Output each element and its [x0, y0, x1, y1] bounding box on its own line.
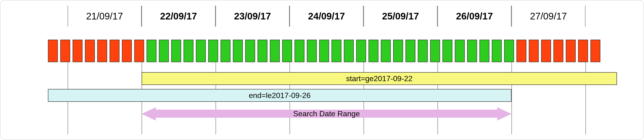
date-header-4: 25/09/17 — [364, 6, 438, 26]
slot-in-range — [406, 40, 416, 62]
slot-in-range — [196, 40, 206, 62]
slot-in-range — [368, 40, 378, 62]
slot-in-range — [220, 40, 230, 62]
date-header-row: 21/09/1722/09/1723/09/1724/09/1725/09/17… — [0, 6, 644, 26]
slot-out-of-range — [85, 40, 95, 62]
slot-in-range — [233, 40, 243, 62]
slot-in-range — [480, 40, 490, 62]
slot-in-range — [171, 40, 181, 62]
slot-out-of-range — [110, 40, 120, 62]
slot-out-of-range — [554, 40, 564, 62]
slot-in-range — [184, 40, 194, 62]
slot-in-range — [504, 40, 514, 62]
date-header-5: 26/09/17 — [438, 6, 512, 26]
slot-out-of-range — [541, 40, 551, 62]
start-parameter-bar: start=ge2017-09-22 — [142, 72, 617, 85]
slot-in-range — [258, 40, 268, 62]
slot-out-of-range — [48, 40, 58, 62]
date-header-6: 27/09/17 — [512, 6, 586, 26]
slot-in-range — [344, 40, 354, 62]
slot-in-range — [381, 40, 391, 62]
slot-out-of-range — [60, 40, 70, 62]
slot-in-range — [319, 40, 329, 62]
slot-in-range — [332, 40, 342, 62]
slot-out-of-range — [97, 40, 107, 62]
slot-out-of-range — [590, 40, 600, 62]
slot-in-range — [159, 40, 169, 62]
slot-in-range — [430, 40, 440, 62]
slot-ticks-row — [0, 40, 644, 62]
slot-in-range — [294, 40, 304, 62]
slot-out-of-range — [122, 40, 132, 62]
slot-in-range — [208, 40, 218, 62]
slot-in-range — [418, 40, 428, 62]
slot-in-range — [467, 40, 477, 62]
slot-in-range — [455, 40, 465, 62]
slot-out-of-range — [578, 40, 588, 62]
date-header-1: 22/09/17 — [142, 6, 216, 26]
arrow-label: Search Date Range — [155, 110, 498, 118]
date-header-3: 24/09/17 — [290, 6, 364, 26]
slot-out-of-range — [529, 40, 539, 62]
search-range-arrow: Search Date Range — [142, 107, 512, 120]
slot-in-range — [146, 40, 156, 62]
slot-in-range — [492, 40, 502, 62]
end-parameter-bar: end=le2017-09-26 — [48, 89, 512, 102]
slot-out-of-range — [134, 40, 144, 62]
slot-in-range — [393, 40, 403, 62]
arrow-left-icon — [142, 107, 156, 120]
slot-in-range — [307, 40, 317, 62]
slot-out-of-range — [566, 40, 576, 62]
slot-in-range — [270, 40, 280, 62]
slot-in-range — [356, 40, 366, 62]
slot-in-range — [245, 40, 255, 62]
slot-out-of-range — [72, 40, 82, 62]
slot-out-of-range — [516, 40, 526, 62]
date-header-0: 21/09/17 — [68, 6, 142, 26]
arrow-right-icon — [497, 107, 512, 120]
slot-in-range — [442, 40, 452, 62]
diagram-frame: 21/09/1722/09/1723/09/1724/09/1725/09/17… — [0, 0, 644, 140]
date-header-2: 23/09/17 — [216, 6, 290, 26]
slot-in-range — [282, 40, 292, 62]
